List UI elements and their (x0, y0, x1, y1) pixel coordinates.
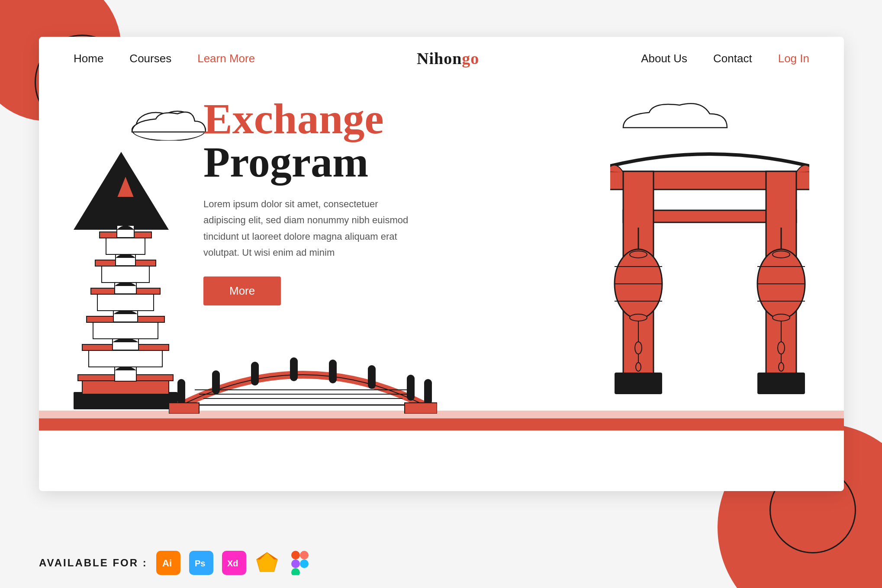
svg-point-56 (635, 342, 642, 354)
svg-rect-14 (93, 321, 158, 339)
svg-rect-41 (405, 403, 437, 414)
available-bar: AVAILABLE FOR : Ai Ps Xd (39, 551, 312, 575)
svg-rect-32 (177, 379, 185, 405)
cloud-right (615, 97, 736, 138)
svg-marker-78 (260, 559, 274, 572)
sketch-icon (255, 551, 279, 575)
svg-point-67 (778, 342, 785, 354)
hero-section: Exchange Program Lorem ipsum dolor sit a… (39, 80, 844, 456)
nav-right: About Us Contact Log In (641, 52, 809, 65)
svg-point-69 (779, 363, 784, 371)
hero-title-program: Program (203, 141, 420, 184)
logo-text-black: Nihon (417, 49, 462, 67)
nav-logo: Nihongo (417, 49, 479, 68)
photoshop-icon: Ps (189, 551, 213, 575)
xd-icon: Xd (222, 551, 246, 575)
svg-rect-40 (169, 403, 199, 414)
svg-rect-11 (89, 349, 162, 367)
ground-strip-light (39, 411, 844, 418)
svg-rect-33 (212, 370, 220, 394)
ground-strip (39, 418, 844, 431)
pagoda (65, 167, 186, 411)
nav-home[interactable]: Home (74, 52, 103, 65)
svg-point-58 (636, 363, 641, 371)
more-button[interactable]: More (203, 276, 281, 305)
svg-point-65 (773, 314, 790, 321)
cloud-left (126, 106, 212, 142)
svg-rect-80 (300, 551, 309, 559)
hero-text-block: Exchange Program Lorem ipsum dolor sit a… (203, 97, 420, 305)
svg-point-83 (300, 559, 309, 568)
svg-text:Ps: Ps (195, 559, 205, 568)
svg-point-53 (630, 251, 647, 258)
svg-text:Xd: Xd (227, 559, 238, 568)
main-card: Home Courses Learn More Nihongo About Us… (39, 37, 844, 491)
svg-rect-38 (407, 375, 415, 401)
svg-point-54 (630, 314, 647, 321)
svg-rect-20 (102, 264, 149, 283)
svg-rect-39 (424, 379, 432, 405)
nav-courses[interactable]: Courses (129, 52, 171, 65)
illustrator-icon: Ai (156, 551, 180, 575)
nav-learn-more[interactable]: Learn More (197, 52, 255, 65)
svg-rect-17 (97, 292, 154, 311)
hero-description: Lorem ipsum dolor sit amet, consectetuer… (203, 196, 420, 261)
svg-rect-26 (123, 193, 128, 228)
nav-login[interactable]: Log In (778, 52, 809, 65)
svg-rect-79 (291, 551, 300, 559)
svg-rect-47 (757, 373, 805, 394)
svg-point-64 (773, 251, 790, 258)
svg-rect-36 (329, 360, 337, 383)
svg-marker-27 (117, 176, 134, 197)
svg-rect-82 (291, 568, 300, 575)
svg-rect-35 (290, 357, 298, 381)
svg-text:Ai: Ai (162, 558, 172, 569)
navbar: Home Courses Learn More Nihongo About Us… (39, 37, 844, 80)
figma-icon (288, 551, 312, 575)
available-label: AVAILABLE FOR : (39, 557, 148, 569)
bridge (169, 336, 437, 415)
nav-contact[interactable]: Contact (713, 52, 752, 65)
hero-title-exchange: Exchange (203, 97, 420, 141)
svg-rect-81 (291, 559, 300, 568)
svg-rect-23 (106, 236, 145, 254)
svg-rect-34 (251, 362, 259, 386)
torii-gate (610, 132, 809, 411)
svg-rect-45 (615, 373, 662, 394)
svg-rect-37 (368, 365, 376, 389)
nav-left: Home Courses Learn More (74, 52, 255, 65)
nav-about[interactable]: About Us (641, 52, 687, 65)
logo-text-red: go (462, 49, 479, 67)
